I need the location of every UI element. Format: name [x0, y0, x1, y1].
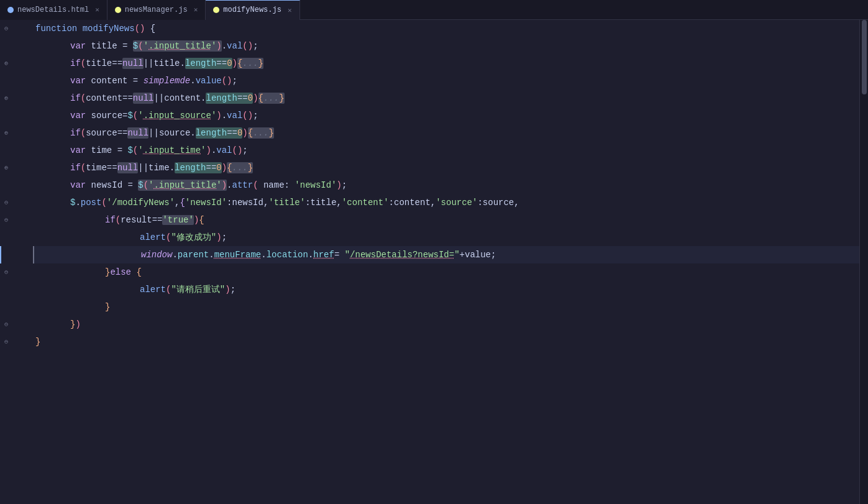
- tab-newsdetails[interactable]: newsDetails.html ✕: [0, 0, 107, 20]
- close-icon[interactable]: ✕: [194, 6, 198, 14]
- gutter-line-1: ⊖: [0, 20, 28, 37]
- gutter-line-17: [0, 298, 28, 316]
- close-icon[interactable]: ✕: [95, 6, 99, 14]
- code-line-15: }else {: [33, 263, 859, 281]
- fold-icon-3[interactable]: ⊕: [1, 58, 11, 68]
- scrollbar-thumb[interactable]: [862, 20, 867, 94]
- fold-icon-1[interactable]: ⊖: [1, 24, 11, 34]
- gutter-line-18: ⊖: [0, 316, 28, 333]
- tab-newsmanager[interactable]: newsManager.js ✕: [107, 0, 206, 20]
- code-line-8: var time = $('.input_time').val();: [33, 142, 859, 159]
- code-area[interactable]: function modifyNews() { var title = $('.…: [28, 20, 859, 504]
- code-line-9: if(time==null||time.length==0){...}: [33, 159, 859, 176]
- code-line-4: var content = simplemde.value();: [33, 72, 859, 89]
- gutter-line-4: [0, 72, 28, 89]
- code-line-3: if(title==null||title.length==0){...}: [33, 55, 859, 72]
- code-line-5: if(content==null||content.length==0){...…: [33, 89, 859, 107]
- editor-container: ⊖ ⊕ ⊕ ⊕ ⊕ ⊖ ⊖: [0, 20, 868, 504]
- gutter-line-8: [0, 142, 28, 159]
- gutter-line-3: ⊕: [0, 55, 28, 72]
- gutter-line-13: [0, 229, 28, 246]
- fold-icon-7[interactable]: ⊕: [1, 128, 11, 138]
- code-line-6: var source=$('.input_source').val();: [33, 107, 859, 124]
- code-line-17: }: [33, 298, 859, 316]
- code-line-11: $.post('/modifyNews',{'newsId':newsId,'t…: [33, 194, 859, 211]
- close-icon[interactable]: ✕: [288, 6, 292, 14]
- tab-label: newsManager.js: [125, 6, 188, 14]
- fold-icon-12[interactable]: ⊖: [1, 215, 11, 225]
- gutter-line-2: [0, 37, 28, 55]
- fold-icon-15[interactable]: ⊖: [1, 267, 11, 277]
- tab-label-active: modifyNews.js: [223, 6, 281, 14]
- tab-icon-html: [7, 7, 14, 13]
- tab-icon-js2: [213, 7, 219, 13]
- gutter-line-16: [0, 281, 28, 298]
- gutter-line-12: ⊖: [0, 211, 28, 229]
- code-line-16: alert("请稍后重试");: [33, 281, 859, 298]
- tab-bar: newsDetails.html ✕ newsManager.js ✕ modi…: [0, 0, 868, 20]
- fold-icon-9[interactable]: ⊕: [1, 163, 11, 173]
- code-line-7: if(source==null||source.length==0){...}: [33, 124, 859, 142]
- tab-icon-js1: [115, 7, 121, 13]
- code-line-10: var newsId = $('.input_title').attr( nam…: [33, 176, 859, 194]
- scrollbar[interactable]: [859, 20, 868, 504]
- gutter-line-10: [0, 176, 28, 194]
- gutter-line-19: ⊖: [0, 333, 28, 351]
- code-line-1: function modifyNews() {: [33, 20, 859, 37]
- code-line-18: }): [33, 316, 859, 333]
- fold-icon-19[interactable]: ⊖: [1, 337, 11, 347]
- fold-icon-18[interactable]: ⊖: [1, 319, 11, 329]
- tab-label: newsDetails.html: [17, 6, 89, 14]
- fold-icon-11[interactable]: ⊖: [1, 198, 11, 208]
- code-line-2: var title = $('.input_title').val();: [33, 37, 859, 55]
- gutter-line-14: [0, 246, 28, 263]
- gutter-line-9: ⊕: [0, 159, 28, 176]
- code-line-14: window.parent.menuFrame.location.href= "…: [33, 246, 859, 263]
- gutter-line-11: ⊖: [0, 194, 28, 211]
- gutter-line-7: ⊕: [0, 124, 28, 142]
- gutter-line-5: ⊕: [0, 89, 28, 107]
- code-line-19: }: [33, 333, 859, 351]
- gutter-line-15: ⊖: [0, 263, 28, 281]
- code-line-13: alert("修改成功");: [33, 229, 859, 246]
- code-line-12: if(result=='true'){: [33, 211, 859, 229]
- tab-modifynews[interactable]: modifyNews.js ✕: [206, 0, 299, 20]
- gutter-line-6: [0, 107, 28, 124]
- fold-icon-5[interactable]: ⊕: [1, 93, 11, 103]
- gutter: ⊖ ⊕ ⊕ ⊕ ⊕ ⊖ ⊖: [0, 20, 28, 504]
